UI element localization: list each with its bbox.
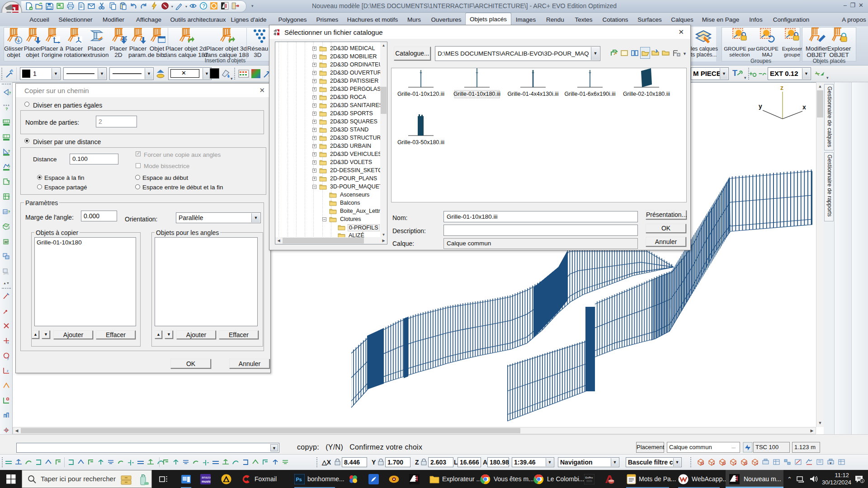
svg-text:GoPro: GoPro xyxy=(585,476,593,479)
svg-text:Grille-01-10x120.iii: Grille-01-10x120.iii xyxy=(397,91,444,97)
svg-text:Grille-01-10x180.iii: Grille-01-10x180.iii xyxy=(453,91,500,97)
svg-text:Ps: Ps xyxy=(296,477,302,482)
svg-text:Grille-02-10x180.iii: Grille-02-10x180.iii xyxy=(623,91,670,97)
svg-text:1: 1 xyxy=(861,479,863,483)
svg-text:music: music xyxy=(202,480,211,483)
svg-text:amazon: amazon xyxy=(202,476,211,479)
svg-text:Grille-01-4x4x130i.iii: Grille-01-4x4x130i.iii xyxy=(507,91,558,97)
svg-text:Grille-03-50x180.iii: Grille-03-50x180.iii xyxy=(397,139,444,145)
svg-text:Grille-01-6x6x190i.iii: Grille-01-6x6x190i.iii xyxy=(564,91,615,97)
